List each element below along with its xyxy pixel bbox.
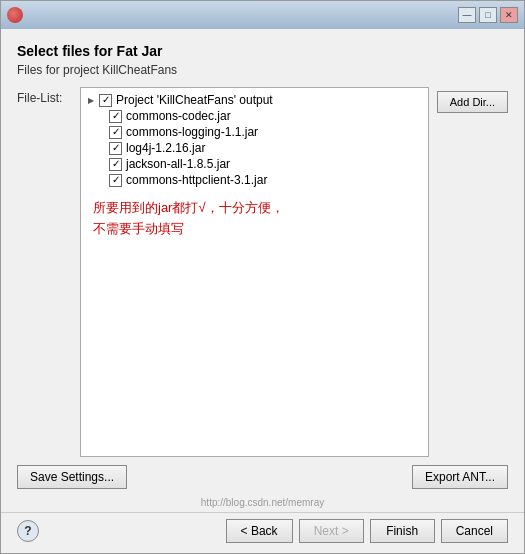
item-label-4: commons-httpclient-3.1.jar xyxy=(126,173,267,187)
item-checkbox-2[interactable] xyxy=(109,142,122,155)
item-checkbox-3[interactable] xyxy=(109,158,122,171)
file-list-area: File-List: ▶ Project 'KillCheatFans' out… xyxy=(17,87,508,457)
minimize-button[interactable]: — xyxy=(458,7,476,23)
window-controls: — □ ✕ xyxy=(458,7,518,23)
nav-left: ? xyxy=(17,520,39,542)
dialog-content: Select files for Fat Jar Files for proje… xyxy=(1,29,524,497)
item-label-2: log4j-1.2.16.jar xyxy=(126,141,205,155)
export-ant-button[interactable]: Export ANT... xyxy=(412,465,508,489)
nav-right: < Back Next > Finish Cancel xyxy=(226,519,508,543)
item-label-0: commons-codec.jar xyxy=(126,109,231,123)
tree-expand-arrow[interactable]: ▶ xyxy=(85,94,97,106)
page-subtitle: Files for project KillCheatFans xyxy=(17,63,508,77)
list-item[interactable]: jackson-all-1.8.5.jar xyxy=(109,156,424,172)
root-checkbox[interactable] xyxy=(99,94,112,107)
main-window: — □ ✕ Select files for Fat Jar Files for… xyxy=(0,0,525,554)
root-label: Project 'KillCheatFans' output xyxy=(116,93,273,107)
bottom-action-buttons: Save Settings... Export ANT... xyxy=(17,465,508,489)
item-checkbox-1[interactable] xyxy=(109,126,122,139)
add-dir-button[interactable]: Add Dir... xyxy=(437,91,508,113)
item-label-3: jackson-all-1.8.5.jar xyxy=(126,157,230,171)
annotation-text: 所要用到的jar都打√，十分方便， 不需要手动填写 xyxy=(93,198,424,240)
list-item[interactable]: commons-codec.jar xyxy=(109,108,424,124)
annotation-line2: 不需要手动填写 xyxy=(93,219,424,240)
next-button[interactable]: Next > xyxy=(299,519,364,543)
right-button-group: Add Dir... xyxy=(437,87,508,457)
title-bar: — □ ✕ xyxy=(1,1,524,29)
back-button[interactable]: < Back xyxy=(226,519,293,543)
list-item[interactable]: log4j-1.2.16.jar xyxy=(109,140,424,156)
list-item[interactable]: commons-httpclient-3.1.jar xyxy=(109,172,424,188)
watermark: http://blog.csdn.net/memray xyxy=(1,497,524,512)
nav-bar: ? < Back Next > Finish Cancel xyxy=(1,512,524,553)
help-button[interactable]: ? xyxy=(17,520,39,542)
item-checkbox-4[interactable] xyxy=(109,174,122,187)
maximize-button[interactable]: □ xyxy=(479,7,497,23)
cancel-button[interactable]: Cancel xyxy=(441,519,508,543)
app-icon xyxy=(7,7,23,23)
file-list-box[interactable]: ▶ Project 'KillCheatFans' output commons… xyxy=(80,87,429,457)
file-list-label: File-List: xyxy=(17,87,72,457)
tree-root-item[interactable]: ▶ Project 'KillCheatFans' output xyxy=(85,92,424,108)
finish-button[interactable]: Finish xyxy=(370,519,435,543)
item-label-1: commons-logging-1.1.jar xyxy=(126,125,258,139)
item-checkbox-0[interactable] xyxy=(109,110,122,123)
close-button[interactable]: ✕ xyxy=(500,7,518,23)
page-title: Select files for Fat Jar xyxy=(17,43,508,59)
tree-children: commons-codec.jar commons-logging-1.1.ja… xyxy=(109,108,424,188)
annotation-line1: 所要用到的jar都打√，十分方便， xyxy=(93,198,424,219)
save-settings-button[interactable]: Save Settings... xyxy=(17,465,127,489)
list-item[interactable]: commons-logging-1.1.jar xyxy=(109,124,424,140)
